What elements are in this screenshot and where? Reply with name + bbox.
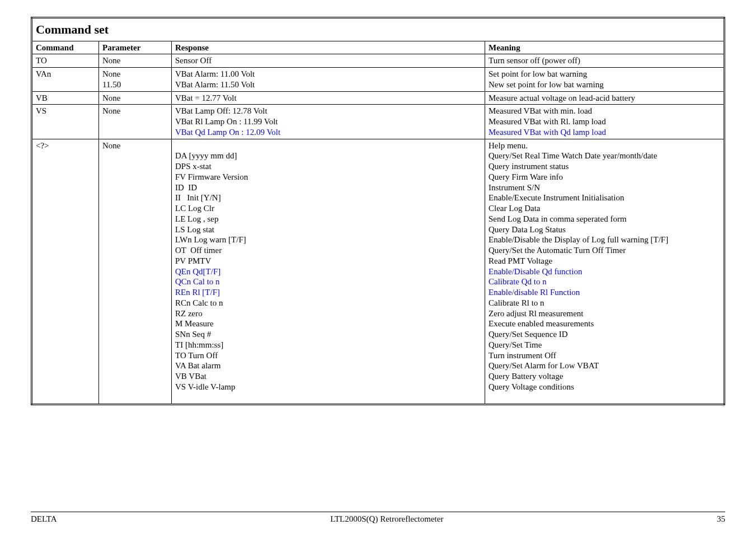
cell-command: VAn [32, 68, 99, 92]
footer-left: DELTA [31, 514, 57, 524]
cell-line: VBat = 12.77 Volt [175, 93, 237, 102]
cell-line: QCn Cal to n [175, 277, 220, 286]
cell-line: TI [hh:mm:ss] [175, 340, 223, 349]
cell-line: Query Voltage conditions [489, 382, 574, 391]
cell-line: VA Bat alarm [175, 361, 220, 370]
footer-right: 35 [717, 514, 725, 524]
cell-meaning: Set point for low bat warningNew set poi… [485, 68, 725, 92]
table-row: VSNoneVBat Lamp Off: 12.78 VoltVBat Rl L… [32, 105, 725, 139]
cell-line: Query/Set Alarm for Low VBAT [489, 361, 599, 370]
cell-line: 11.50 [102, 80, 121, 89]
cell-line: Enable/Disable the Display of Log full w… [489, 235, 668, 244]
cell-line: RCn Calc to n [175, 298, 223, 307]
cell-response: DA [yyyy mm dd]DPS x-statFV Firmware Ver… [172, 139, 485, 405]
cell-line: Enable/Disable Qd function [489, 267, 582, 276]
cell-line: Set point for low bat warning [489, 69, 587, 78]
cell-line: Query Battery voltage [489, 372, 563, 381]
cell-line: FV Firmware Version [175, 172, 248, 181]
cell-parameter: None11.50 [99, 68, 172, 92]
cell-line: Measured VBat with Rl. lamp load [489, 117, 606, 126]
cell-line: LC Log Clr [175, 204, 214, 213]
cell-line: Calibrate Rl to n [489, 298, 544, 307]
cell-line [489, 393, 491, 402]
cell-parameter: None [99, 105, 172, 139]
cell-line: VBat Rl Lamp On : 11.99 Volt [175, 117, 278, 126]
cell-line: ID ID [175, 183, 197, 192]
cell-line: Enable/disable Rl Function [489, 288, 580, 297]
header-command: Command [32, 41, 99, 54]
cell-meaning: Help menu.Query/Set Real Time Watch Date… [485, 139, 725, 405]
cell-line: Send Log Data in comma seperated form [489, 214, 627, 223]
cell-meaning: Measured VBat with min. loadMeasured VBa… [485, 105, 725, 139]
command-set-table: Command set Command Parameter Response M… [31, 17, 725, 405]
cell-line: M Measure [175, 319, 214, 328]
cell-command: VS [32, 105, 99, 139]
cell-line: Query/Set Real Time Watch Date year/mont… [489, 151, 657, 160]
cell-line: VB VBat [175, 372, 206, 381]
cell-line: Query/Set Time [489, 340, 542, 349]
cell-line: Enable/Execute Instrument Initialisation [489, 193, 624, 202]
cell-response: VBat Lamp Off: 12.78 VoltVBat Rl Lamp On… [172, 105, 485, 139]
cell-line: Query Firm Ware info [489, 172, 563, 181]
cell-line: Execute enabled measurements [489, 319, 594, 328]
cell-response: Sensor Off [172, 54, 485, 68]
cell-line: OT Off timer [175, 246, 222, 255]
cell-line: Zero adjust Rl measurement [489, 309, 584, 318]
cell-line: Query/Set the Automatic Turn Off Timer [489, 246, 626, 255]
header-response: Response [172, 41, 485, 54]
cell-line: LE Log , sep [175, 214, 218, 223]
cell-parameter: None [99, 139, 172, 405]
cell-line: Help menu. [489, 141, 528, 150]
cell-line: Calibrate Qd to n [489, 277, 547, 286]
cell-line: Measure actual voltage on lead-acid batt… [489, 93, 635, 102]
cell-line: Query Data Log Status [489, 225, 566, 234]
cell-line: Measured VBat with Qd lamp load [489, 128, 606, 137]
cell-line: Measured VBat with min. load [489, 106, 592, 115]
cell-line: REn Rl [T/F] [175, 288, 220, 297]
cell-response: VBat = 12.77 Volt [172, 91, 485, 105]
cell-line: DPS x-stat [175, 162, 212, 171]
header-parameter: Parameter [99, 41, 172, 54]
table-title: Command set [32, 18, 725, 41]
cell-line: LS Log stat [175, 225, 214, 234]
cell-line: Read PMT Voltage [489, 256, 552, 265]
cell-line: VBat Lamp Off: 12.78 Volt [175, 106, 267, 115]
cell-parameter: None [99, 54, 172, 68]
header-meaning: Meaning [485, 41, 725, 54]
cell-line: II Init [Y/N] [175, 193, 221, 202]
table-row: VBNoneVBat = 12.77 VoltMeasure actual vo… [32, 91, 725, 105]
cell-line: VBat Alarm: 11.00 Volt [175, 69, 255, 78]
cell-line: QEn Qd[T/F] [175, 267, 220, 276]
table-row: <?>None DA [yyyy mm dd]DPS x-statFV Firm… [32, 139, 725, 405]
table-row: VAnNone11.50VBat Alarm: 11.00 VoltVBat A… [32, 68, 725, 92]
cell-line: Sensor Off [175, 56, 212, 65]
cell-line: DA [yyyy mm dd] [175, 151, 237, 160]
table-row: TONoneSensor OffTurn sensor off (power o… [32, 54, 725, 68]
cell-line: None [102, 69, 121, 78]
cell-line: Turn instrument Off [489, 351, 556, 360]
cell-parameter: None [99, 91, 172, 105]
page-footer: DELTA LTL2000S(Q) Retroreflectometer 35 [31, 512, 725, 524]
cell-command: TO [32, 54, 99, 68]
cell-line: VS V-idle V-lamp [175, 382, 236, 391]
cell-line: Query instrument status [489, 162, 569, 171]
cell-meaning: Turn sensor off (power off) [485, 54, 725, 68]
cell-line [175, 141, 177, 150]
cell-line: TO Turn Off [175, 351, 218, 360]
cell-meaning: Measure actual voltage on lead-acid batt… [485, 91, 725, 105]
cell-line: SNn Seq # [175, 330, 211, 339]
cell-line [175, 393, 177, 402]
footer-center: LTL2000S(Q) Retroreflectometer [330, 514, 443, 524]
cell-line: VBat Qd Lamp On : 12.09 Volt [175, 128, 280, 137]
cell-line: Turn sensor off (power off) [489, 56, 580, 65]
table-header-row: Command Parameter Response Meaning [32, 41, 725, 54]
cell-command: <?> [32, 139, 99, 405]
cell-line: PV PMTV [175, 256, 211, 265]
cell-line: RZ zero [175, 309, 203, 318]
cell-line: LWn Log warn [T/F] [175, 235, 246, 244]
cell-line: Clear Log Data [489, 204, 540, 213]
cell-line: Instrument S/N [489, 183, 540, 192]
cell-line: Query/Set Sequence ID [489, 330, 568, 339]
cell-line: VBat Alarm: 11.50 Volt [175, 80, 255, 89]
cell-response: VBat Alarm: 11.00 VoltVBat Alarm: 11.50 … [172, 68, 485, 92]
